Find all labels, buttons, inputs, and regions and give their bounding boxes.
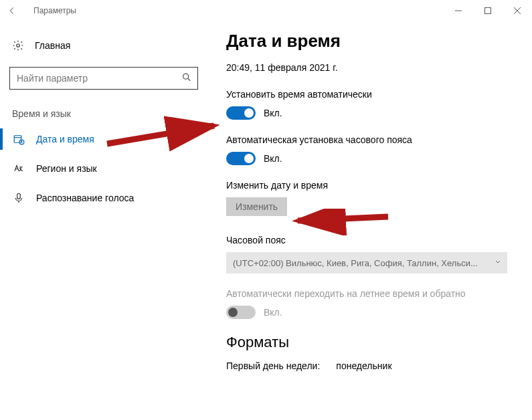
- page-heading: Дата и время: [226, 31, 520, 51]
- sidebar-group-label: Время и язык: [0, 98, 207, 124]
- timezone-label: Часовой пояс: [226, 235, 520, 245]
- window-title: Параметры: [33, 6, 76, 15]
- calendar-clock-icon: [12, 133, 25, 145]
- sidebar-item-label: Регион и язык: [36, 163, 97, 174]
- first-day-label: Первый день недели:: [226, 360, 320, 371]
- maximize-button[interactable]: [473, 0, 503, 21]
- minimize-button[interactable]: [444, 0, 473, 21]
- sidebar-item-label: Дата и время: [36, 134, 94, 144]
- sidebar-item-region-language[interactable]: Регион и язык: [0, 154, 207, 183]
- microphone-icon: [12, 192, 25, 204]
- svg-line-6: [188, 79, 190, 81]
- search-input[interactable]: Найти параметр: [9, 67, 198, 90]
- sidebar-item-speech[interactable]: Распознавание голоса: [0, 183, 207, 213]
- auto-tz-toggle[interactable]: [226, 152, 256, 165]
- dst-toggle: [226, 306, 256, 319]
- timezone-dropdown[interactable]: (UTC+02:00) Вильнюс, Киев, Рига, София, …: [226, 252, 507, 274]
- svg-rect-10: [17, 193, 21, 199]
- dst-state: Вкл.: [264, 307, 282, 318]
- main-content: Дата и время 20:49, 11 февраля 2021 г. У…: [207, 21, 532, 420]
- timezone-value: (UTC+02:00) Вильнюс, Киев, Рига, София, …: [233, 258, 478, 268]
- auto-time-label: Установить время автоматически: [226, 89, 520, 100]
- auto-tz-state: Вкл.: [264, 153, 282, 164]
- svg-rect-1: [485, 8, 491, 14]
- auto-time-toggle[interactable]: [226, 106, 256, 120]
- home-label: Главная: [35, 40, 70, 51]
- current-datetime: 20:49, 11 февраля 2021 г.: [226, 62, 520, 73]
- svg-point-5: [183, 74, 189, 79]
- sidebar: Главная Найти параметр Время и язык Дата…: [0, 21, 207, 420]
- titlebar: Параметры: [0, 0, 532, 21]
- sidebar-item-label: Распознавание голоса: [36, 193, 134, 203]
- change-button[interactable]: Изменить: [226, 197, 287, 216]
- auto-time-state: Вкл.: [264, 108, 282, 118]
- search-icon: [181, 72, 192, 85]
- formats-heading: Форматы: [226, 334, 520, 351]
- chevron-down-icon: [494, 258, 502, 268]
- svg-rect-7: [14, 136, 21, 143]
- search-placeholder: Найти параметр: [17, 73, 88, 84]
- home-nav[interactable]: Главная: [0, 32, 207, 59]
- dst-label: Автоматически переходить на летнее время…: [226, 288, 520, 299]
- sidebar-item-date-time[interactable]: Дата и время: [0, 124, 207, 154]
- svg-point-4: [17, 44, 20, 47]
- language-icon: [12, 163, 25, 175]
- back-button[interactable]: [0, 0, 24, 21]
- change-dt-label: Изменить дату и время: [226, 180, 520, 191]
- first-day-value: понедельник: [336, 360, 391, 371]
- gear-icon: [12, 39, 25, 51]
- auto-tz-label: Автоматическая установка часового пояса: [226, 134, 520, 145]
- close-button[interactable]: [503, 0, 532, 21]
